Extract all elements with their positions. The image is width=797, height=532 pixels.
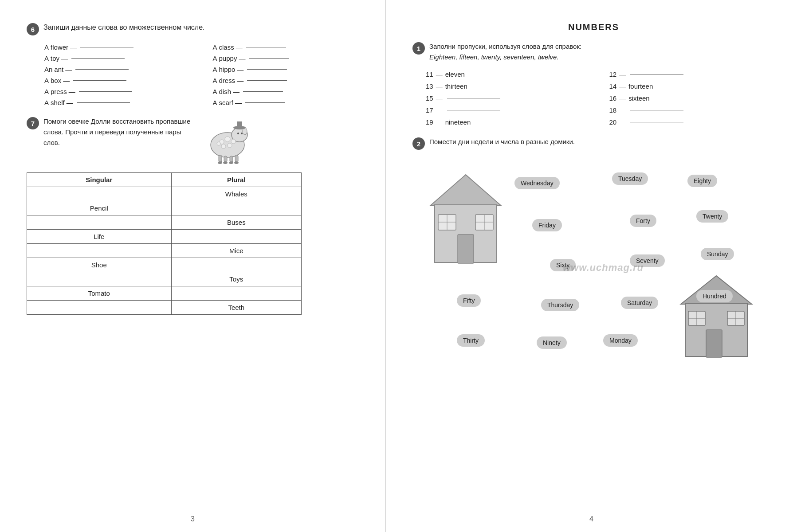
bubble-forty[interactable]: Forty: [630, 215, 656, 227]
svg-point-2: [241, 133, 243, 134]
exercise6-col2-item2: A puppy —: [213, 55, 368, 62]
bubble-thirty[interactable]: Thirty: [457, 334, 485, 347]
table-row: Whales: [27, 187, 302, 201]
word-flower: flower: [51, 43, 68, 51]
blank-scarf[interactable]: [245, 102, 285, 103]
blank-box[interactable]: [73, 80, 126, 81]
blank-15[interactable]: [447, 98, 500, 98]
blank-20[interactable]: [630, 122, 683, 122]
bubble-twenty[interactable]: Twenty: [696, 210, 728, 223]
bubble-monday[interactable]: Monday: [603, 334, 638, 347]
plural-cell: [171, 230, 301, 244]
task7-section: 7 Помоги овечке Долли восстановить пропа…: [27, 116, 368, 315]
table-header-plural: Plural: [171, 173, 301, 187]
blank-hippo[interactable]: [247, 69, 287, 70]
exercise6-grid: A flower — A class — A toy — A puppy —: [44, 43, 368, 106]
left-page-number: 3: [191, 515, 195, 523]
singular-cell: [27, 301, 172, 315]
page-container: 6 Запиши данные слова во множественном ч…: [0, 0, 797, 532]
task7-instruction: Помоги овечке Долли восстановить пропавш…: [43, 116, 194, 148]
svg-rect-6: [237, 121, 242, 128]
singular-cell: Shoe: [27, 258, 172, 272]
svg-point-13: [229, 161, 233, 164]
exercise6-col1-item2: A toy —: [44, 55, 200, 62]
task1-right: 1 Заполни пропуски, используя слова для …: [412, 41, 775, 126]
table-row: Shoe: [27, 258, 302, 272]
svg-marker-21: [430, 175, 501, 206]
blank-flower[interactable]: [80, 47, 133, 47]
svg-rect-7: [219, 155, 222, 162]
bubble-ninety[interactable]: Ninety: [537, 336, 567, 349]
exercise6-col2-item4: A dress —: [213, 77, 368, 84]
bubble-thursday[interactable]: Thursday: [541, 299, 579, 311]
bubble-saturday[interactable]: Saturday: [621, 297, 658, 309]
exercise6-col1-item1: A flower —: [44, 43, 200, 51]
number-12: 12 —: [609, 70, 775, 78]
svg-point-16: [225, 137, 230, 142]
table-row: Mice: [27, 244, 302, 258]
article-a1: A: [44, 43, 49, 51]
singular-cell: Life: [27, 230, 172, 244]
right-house: [679, 272, 754, 361]
number-13: 13 — thirteen: [426, 82, 592, 90]
blank-press[interactable]: [79, 91, 132, 92]
exercise6-col1-item4: A box —: [44, 77, 200, 84]
task7-header: 7 Помоги овечке Долли восстановить пропа…: [27, 116, 368, 166]
number-19: 19 — nineteen: [426, 118, 592, 126]
exercise6-col2-item6: A scarf —: [213, 99, 368, 106]
bubble-wednesday[interactable]: Wednesday: [514, 177, 560, 189]
numbers-title: NUMBERS: [412, 22, 775, 32]
svg-point-20: [217, 142, 220, 145]
blank-ant[interactable]: [75, 69, 129, 70]
blank-dish[interactable]: [243, 91, 283, 92]
number-17: 17 —: [426, 106, 592, 114]
singular-cell: [27, 272, 172, 286]
blank-12[interactable]: [630, 74, 683, 74]
svg-point-19: [228, 143, 232, 148]
plural-cell: Toys: [171, 272, 301, 286]
blank-dress[interactable]: [247, 80, 287, 81]
number-15: 15 —: [426, 94, 592, 102]
plural-cell: Teeth: [171, 301, 301, 315]
svg-point-17: [231, 139, 236, 144]
table-row: Life: [27, 230, 302, 244]
blank-puppy[interactable]: [249, 58, 289, 59]
svg-point-3: [237, 133, 239, 134]
table-row: Toys: [27, 272, 302, 286]
singular-plural-table: Singular Plural Whales Pencil: [27, 172, 302, 315]
number-16: 16 — sixteen: [609, 94, 775, 102]
singular-cell: [27, 244, 172, 258]
bubble-hundred[interactable]: Hundred: [696, 290, 733, 302]
task6-instruction: Запиши данные слова во множественном чис…: [43, 22, 205, 33]
bubble-tuesday[interactable]: Tuesday: [612, 172, 648, 185]
singular-cell: Pencil: [27, 201, 172, 215]
blank-toy[interactable]: [71, 58, 125, 59]
task7-table-container: Singular Plural Whales Pencil: [27, 172, 368, 315]
task1-instruction: Заполни пропуски, используя слова для сп…: [429, 41, 581, 63]
svg-rect-8: [224, 156, 227, 162]
svg-rect-10: [235, 155, 238, 162]
exercise6-col2-item1: A class —: [213, 43, 368, 51]
svg-rect-32: [706, 330, 722, 357]
blank-17[interactable]: [447, 110, 500, 110]
svg-rect-9: [230, 156, 233, 162]
task2-right: 2 Помести дни недели и числа в разные до…: [412, 137, 775, 374]
svg-point-12: [223, 161, 228, 164]
bubble-eighty[interactable]: Eighty: [687, 175, 717, 187]
bubble-seventy[interactable]: Seventy: [630, 254, 665, 267]
table-row: Buses: [27, 215, 302, 230]
bubble-friday[interactable]: Friday: [532, 219, 562, 231]
table-row: Tomato: [27, 286, 302, 301]
bubble-sunday[interactable]: Sunday: [701, 248, 734, 260]
blank-18[interactable]: [630, 110, 683, 110]
blank-class[interactable]: [246, 47, 286, 47]
exercise6-col1-item6: A shelf —: [44, 99, 200, 106]
task6-header: 6 Запиши данные слова во множественном ч…: [27, 22, 368, 35]
bubble-sixty[interactable]: Sixty: [550, 259, 576, 271]
bubble-fifty[interactable]: Fifty: [457, 294, 481, 307]
right-page-number: 4: [589, 515, 593, 523]
exercise6-col1-item5: A press —: [44, 88, 200, 95]
left-house: [426, 170, 506, 268]
blank-shelf[interactable]: [77, 102, 130, 103]
number-18: 18 —: [609, 106, 775, 114]
